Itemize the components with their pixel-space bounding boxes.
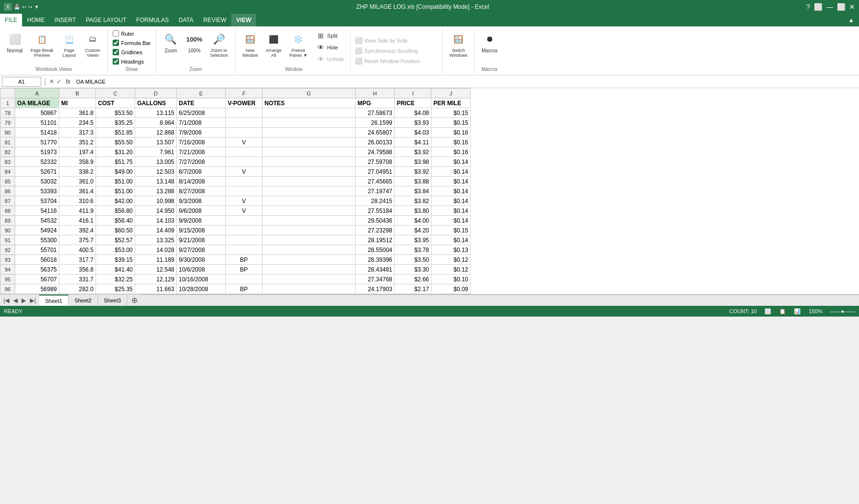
cell-D83[interactable]: 13.005	[135, 157, 177, 167]
cell-F79[interactable]	[226, 118, 262, 128]
cell-G91[interactable]	[262, 235, 356, 245]
cell-E78[interactable]: 6/25/2008	[177, 108, 226, 118]
cell-F90[interactable]	[226, 226, 262, 235]
menu-home[interactable]: HOME	[22, 14, 49, 26]
cell-c1[interactable]: COST	[96, 98, 135, 108]
view-normal-icon[interactable]: ⬜	[764, 308, 771, 315]
cell-g1[interactable]: NOTES	[262, 98, 356, 108]
cell-I82[interactable]: $3.92	[395, 147, 431, 157]
cell-A91[interactable]: 55300	[15, 235, 59, 245]
cell-J93[interactable]: $0.12	[431, 255, 471, 265]
cell-G93[interactable]	[262, 255, 356, 265]
split-btn[interactable]: ⊞ Split	[314, 30, 346, 41]
gridlines-checkbox[interactable]: Gridlines	[112, 48, 143, 56]
cell-B91[interactable]: 375.7	[59, 235, 96, 245]
cell-E80[interactable]: 7/9/2008	[177, 128, 226, 137]
cell-C85[interactable]: $51.00	[96, 177, 135, 186]
cell-G94[interactable]	[262, 265, 356, 275]
cell-C89[interactable]: $56.40	[96, 216, 135, 226]
tab-next-btn[interactable]: ▶	[20, 297, 27, 304]
cell-E84[interactable]: 8/7/2008	[177, 167, 226, 177]
cell-C84[interactable]: $49.00	[96, 167, 135, 177]
arrange-all-btn[interactable]: ⬛ ArrangeAll	[263, 29, 285, 60]
cell-A79[interactable]: 51101	[15, 118, 59, 128]
custom-views-btn[interactable]: 🗂 CustomViews	[82, 29, 103, 60]
cell-H95[interactable]: 27.34768	[356, 275, 395, 284]
cell-B87[interactable]: 310.6	[59, 196, 96, 206]
cancel-formula-icon[interactable]: ✕	[49, 78, 54, 85]
formula-bar-checkbox[interactable]: Formula Bar	[112, 39, 152, 46]
cell-B78[interactable]: 361.8	[59, 108, 96, 118]
ruler-checkbox[interactable]: Ruler	[112, 30, 135, 37]
cell-D91[interactable]: 13.325	[135, 235, 177, 245]
cell-A94[interactable]: 56375	[15, 265, 59, 275]
col-header-a[interactable]: A	[15, 89, 59, 98]
zoom-slider[interactable]: ——●——	[830, 308, 855, 314]
cell-E79[interactable]: 7/1/2008	[177, 118, 226, 128]
cell-A92[interactable]: 55701	[15, 245, 59, 255]
col-header-h[interactable]: H	[356, 89, 395, 98]
tab-sheet2[interactable]: Sheet2	[69, 295, 98, 306]
cell-B85[interactable]: 361.0	[59, 177, 96, 186]
cell-G82[interactable]	[262, 147, 356, 157]
cell-B89[interactable]: 416.1	[59, 216, 96, 226]
cell-C81[interactable]: $55.50	[96, 137, 135, 147]
menu-formulas[interactable]: FORMULAS	[131, 14, 174, 26]
cell-B96[interactable]: 282.0	[59, 284, 96, 294]
cell-F92[interactable]	[226, 245, 262, 255]
add-sheet-btn[interactable]: ⊕	[127, 295, 142, 306]
cell-B79[interactable]: 234.5	[59, 118, 96, 128]
cell-B86[interactable]: 361.4	[59, 186, 96, 196]
cell-b1[interactable]: MI	[59, 98, 96, 108]
cell-I87[interactable]: $3.82	[395, 196, 431, 206]
cell-B82[interactable]: 197.4	[59, 147, 96, 157]
cell-C79[interactable]: $35.25	[96, 118, 135, 128]
tab-sheet1[interactable]: Sheet1	[39, 295, 69, 306]
cell-J84[interactable]: $0.14	[431, 167, 471, 177]
cell-A88[interactable]: 54116	[15, 206, 59, 216]
zoom-selection-btn[interactable]: 🔎 Zoom toSelection	[207, 29, 231, 60]
macros-btn[interactable]: ⏺ Macros	[478, 29, 501, 55]
new-window-btn[interactable]: 🪟 NewWindow	[239, 29, 261, 60]
cell-D88[interactable]: 14.950	[135, 206, 177, 216]
cell-E81[interactable]: 7/16/2008	[177, 137, 226, 147]
cell-G78[interactable]	[262, 108, 356, 118]
cell-D96[interactable]: 11.663	[135, 284, 177, 294]
view-page-break-icon[interactable]: 📊	[794, 308, 801, 315]
cell-B88[interactable]: 411.9	[59, 206, 96, 216]
cell-a1[interactable]: OA MILAGE	[15, 98, 59, 108]
cell-B80[interactable]: 317.3	[59, 128, 96, 137]
cell-I78[interactable]: $4.08	[395, 108, 431, 118]
tab-last-btn[interactable]: ▶|	[28, 297, 37, 304]
col-header-c[interactable]: C	[96, 89, 135, 98]
cell-A82[interactable]: 51973	[15, 147, 59, 157]
cell-F95[interactable]	[226, 275, 262, 284]
cell-D94[interactable]: 12.548	[135, 265, 177, 275]
cell-h1[interactable]: MPG	[356, 98, 395, 108]
unhide-btn[interactable]: 👁 Unhide	[314, 54, 346, 65]
cell-E94[interactable]: 10/6/2008	[177, 265, 226, 275]
menu-expand[interactable]: ▲	[843, 14, 859, 26]
cell-C90[interactable]: $60.50	[96, 226, 135, 235]
cell-G85[interactable]	[262, 177, 356, 186]
cell-F89[interactable]	[226, 216, 262, 226]
cell-H87[interactable]: 28.2415	[356, 196, 395, 206]
cell-I90[interactable]: $4.20	[395, 226, 431, 235]
cell-G83[interactable]	[262, 157, 356, 167]
col-header-j[interactable]: J	[431, 89, 471, 98]
cell-D87[interactable]: 10.998	[135, 196, 177, 206]
cell-B92[interactable]: 400.5	[59, 245, 96, 255]
cell-J94[interactable]: $0.12	[431, 265, 471, 275]
cell-H92[interactable]: 28.55004	[356, 245, 395, 255]
cell-J95[interactable]: $0.10	[431, 275, 471, 284]
cell-B81[interactable]: 351.2	[59, 137, 96, 147]
cell-C78[interactable]: $53.50	[96, 108, 135, 118]
menu-page-layout[interactable]: PAGE LAYOUT	[81, 14, 131, 26]
cell-D78[interactable]: 13.115	[135, 108, 177, 118]
cell-I86[interactable]: $3.84	[395, 186, 431, 196]
cell-e1[interactable]: DATE	[177, 98, 226, 108]
cell-I89[interactable]: $4.00	[395, 216, 431, 226]
cell-F86[interactable]	[226, 186, 262, 196]
menu-file[interactable]: FILE	[0, 14, 22, 26]
cell-H90[interactable]: 27.23298	[356, 226, 395, 235]
